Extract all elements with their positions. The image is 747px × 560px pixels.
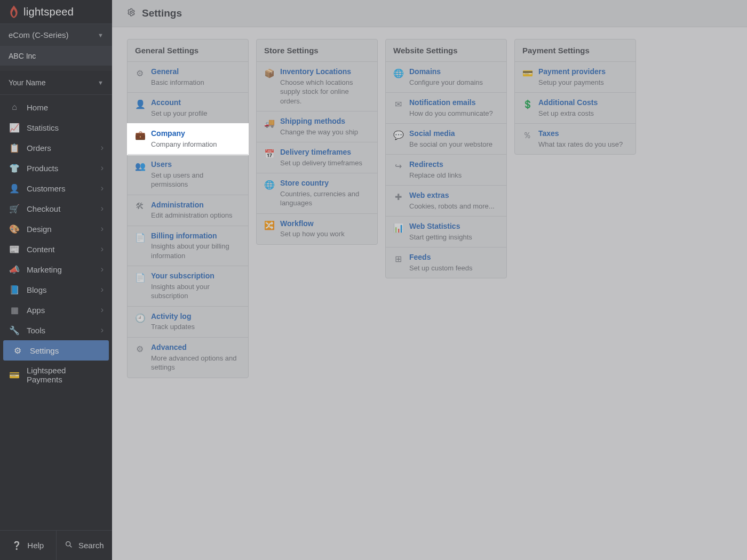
sidebar-item-content[interactable]: 📰Content — [0, 239, 112, 259]
settings-link-domains[interactable]: 🌐DomainsConfigure your domains — [386, 62, 506, 93]
sidebar-item-tools[interactable]: 🔧Tools — [0, 320, 112, 340]
sidebar-item-label: Tools — [27, 326, 45, 335]
help-button[interactable]: ❔ Help — [0, 531, 56, 560]
row-title: Company — [151, 129, 217, 139]
sidebar-item-orders[interactable]: 📋Orders — [0, 138, 112, 158]
row-title: Redirects — [409, 160, 462, 170]
gear-icon: ⚙ — [13, 346, 22, 355]
row-icon: 🔀 — [264, 219, 274, 239]
settings-link-advanced[interactable]: ⚙AdvancedMore advanced options and setti… — [128, 338, 248, 378]
product-switcher[interactable]: eCom (C-Series) ▼ — [0, 23, 112, 46]
settings-link-social-media[interactable]: 💬Social mediaBe social on your webstore — [386, 124, 506, 155]
user-name: Your Name — [9, 78, 46, 87]
row-icon: 🚚 — [264, 117, 274, 137]
row-icon: 📄 — [135, 231, 145, 261]
sidebar-item-marketing[interactable]: 📣Marketing — [0, 259, 112, 279]
row-desc: Change the way you ship — [280, 127, 358, 137]
settings-link-shipping-methods[interactable]: 🚚Shipping methodsChange the way you ship — [257, 111, 377, 142]
row-desc: Track updates — [151, 322, 195, 332]
sidebar-item-blogs[interactable]: 📘Blogs — [0, 279, 112, 300]
sidebar-item-label: Apps — [27, 306, 45, 315]
settings-link-company[interactable]: 💼CompanyCompany information — [128, 124, 248, 155]
row-icon: 🌐 — [393, 67, 403, 87]
row-desc: Setup your payments — [538, 78, 606, 87]
sidebar-item-lightspeed-payments[interactable]: 💳Lightspeed Payments — [0, 361, 112, 389]
settings-link-web-statistics[interactable]: 📊Web StatisticsStart getting insights — [386, 217, 506, 247]
settings-link-workflow[interactable]: 🔀WorkflowSet up how you work — [257, 214, 377, 244]
bullhorn-icon: 📣 — [10, 265, 19, 274]
settings-link-administration[interactable]: 🛠AdministrationEdit administration optio… — [128, 195, 248, 226]
settings-link-activity-log[interactable]: 🕘Activity logTrack updates — [128, 307, 248, 338]
row-title: Account — [151, 98, 208, 108]
settings-link-billing-information[interactable]: 📄Billing informationInsights about your … — [128, 226, 248, 267]
row-desc: Configure your domains — [409, 78, 483, 87]
row-title: Delivery timeframes — [280, 148, 362, 157]
search-button[interactable]: Search — [56, 531, 113, 560]
org-name[interactable]: ABC Inc — [0, 46, 112, 66]
settings-link-redirects[interactable]: ↪RedirectsReplace old links — [386, 155, 506, 186]
search-label: Search — [78, 541, 104, 550]
settings-link-account[interactable]: 👤AccountSet up your profile — [128, 93, 248, 124]
row-title: Workflow — [280, 219, 345, 229]
row-title: Store country — [280, 179, 370, 188]
sidebar-item-label: Checkout — [27, 204, 60, 213]
sidebar-item-settings[interactable]: ⚙Settings — [3, 340, 109, 361]
row-desc: More advanced options and settings — [151, 354, 241, 372]
settings-link-store-country[interactable]: 🌐Store countryCountries, currencies and … — [257, 173, 377, 214]
sidebar-item-apps[interactable]: ▦Apps — [0, 300, 112, 320]
chart-icon: 📈 — [10, 123, 19, 132]
settings-link-your-subscription[interactable]: 📄Your subscriptionInsights about your su… — [128, 266, 248, 307]
row-title: Payment providers — [538, 67, 606, 77]
settings-link-web-extras[interactable]: ✚Web extrasCookies, robots and more... — [386, 186, 506, 217]
card-header: Payment Settings — [515, 39, 635, 62]
sidebar-item-label: Statistics — [27, 123, 59, 132]
brand: lightspeed — [0, 0, 112, 23]
row-icon: 📦 — [264, 67, 274, 106]
settings-link-general[interactable]: ⚙GeneralBasic information — [128, 62, 248, 93]
row-desc: Set up users and permissions — [151, 171, 241, 189]
settings-link-inventory-locations[interactable]: 📦Inventory LocationsChoose which locatio… — [257, 62, 377, 111]
settings-link-payment-providers[interactable]: 💳Payment providersSetup your payments — [515, 62, 635, 93]
sidebar: lightspeed eCom (C-Series) ▼ ABC Inc You… — [0, 0, 112, 560]
sidebar-item-customers[interactable]: 👤Customers — [0, 178, 112, 198]
row-title: Feeds — [409, 253, 473, 262]
settings-link-notification-emails[interactable]: ✉Notification emailsHow do you communica… — [386, 93, 506, 124]
row-desc: What tax rates do you use? — [538, 140, 623, 149]
row-title: Shipping methods — [280, 117, 358, 126]
settings-link-feeds[interactable]: ⊞FeedsSet up custom feeds — [386, 247, 506, 278]
row-desc: Start getting insights — [409, 233, 472, 242]
settings-link-additional-costs[interactable]: 💲Additional CostsSet up extra costs — [515, 93, 635, 124]
sidebar-item-products[interactable]: 👕Products — [0, 158, 112, 178]
row-desc: Basic information — [151, 78, 204, 87]
sidebar-item-home[interactable]: ⌂Home — [0, 97, 112, 117]
row-icon: ⊞ — [393, 253, 403, 273]
sidebar-item-statistics[interactable]: 📈Statistics — [0, 117, 112, 138]
settings-link-users[interactable]: 👥UsersSet up users and permissions — [128, 155, 248, 195]
row-icon: 💳 — [522, 67, 532, 87]
row-title: Notification emails — [409, 98, 493, 108]
user-menu[interactable]: Your Name ▼ — [0, 71, 112, 95]
settings-link-delivery-timeframes[interactable]: 📅Delivery timeframesSet up delivery time… — [257, 142, 377, 173]
row-desc: Set up extra costs — [538, 109, 598, 118]
settings-card-store-settings: Store Settings📦Inventory LocationsChoose… — [256, 39, 378, 245]
row-desc: Set up how you work — [280, 229, 345, 239]
sidebar-item-design[interactable]: 🎨Design — [0, 219, 112, 239]
row-icon: ⚙ — [135, 343, 145, 372]
row-desc: Set up custom feeds — [409, 263, 473, 273]
row-icon: ✚ — [393, 191, 403, 211]
sidebar-item-checkout[interactable]: 🛒Checkout — [0, 198, 112, 219]
sidebar-item-label: Blogs — [27, 285, 47, 294]
clipboard-icon: 📋 — [10, 143, 19, 153]
page-header: Settings — [112, 0, 747, 27]
home-icon: ⌂ — [10, 102, 19, 112]
row-title: Taxes — [538, 129, 623, 139]
row-icon: 📄 — [135, 271, 145, 301]
row-icon: ✉ — [393, 98, 403, 118]
page-title: Settings — [142, 7, 182, 19]
card-header: Website Settings — [386, 39, 506, 62]
row-desc: Set up delivery timeframes — [280, 158, 362, 168]
settings-link-taxes[interactable]: ％TaxesWhat tax rates do you use? — [515, 124, 635, 154]
primary-nav: ⌂Home📈Statistics📋Orders👕Products👤Custome… — [0, 95, 112, 530]
row-title: Billing information — [151, 231, 241, 241]
card-icon: 💳 — [10, 370, 19, 380]
